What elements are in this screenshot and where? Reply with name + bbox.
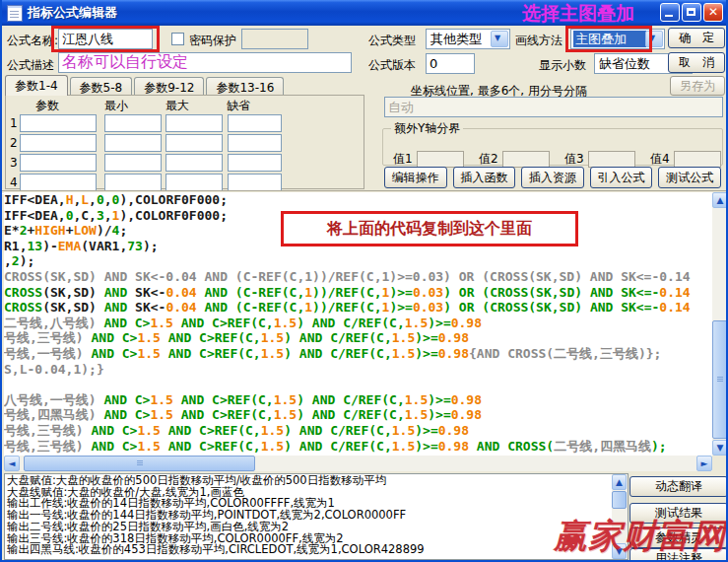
window-title: 指标公式编辑器 [28,4,117,22]
formula-desc-label: 公式描述 [7,57,54,74]
param-row-number: 2 [10,136,20,150]
param-input-r4-c1[interactable] [20,174,97,191]
draw-method-value: 主图叠加 [573,31,646,47]
code-line-5: ,2); [4,253,712,269]
yaxis-value-input-3[interactable] [588,151,635,168]
scrollbar-corner [712,456,728,471]
yaxis-field-2: 值2 [479,151,550,168]
yaxis-value-input-1[interactable] [417,151,464,168]
param-input-r1-c3[interactable] [165,114,223,132]
param-panel: 参数最小最大缺省 1234 [5,95,364,189]
minimize-icon[interactable] [660,3,680,22]
formula-type-select[interactable]: 其他类型 [426,29,510,49]
formula-type-label: 公式类型 [368,33,416,49]
param-col-header: 参数 [6,98,97,114]
ok-button[interactable]: 确 定 [668,28,725,48]
tab-参数5-8[interactable]: 参数5-8 [70,77,133,96]
code-line-15: 号线,四黑马线) AND C>1.5 AND C>REF(C,1.5) AND … [4,407,712,423]
watermark: 赢家财富网 [554,514,726,559]
formula-version-input[interactable] [426,53,475,74]
code-line-1: IFF<DEA,H,L,0,0),COLORF0F000; [4,192,712,208]
param-tab-bar: 参数1-4参数5-8参数9-12参数13-16 [5,75,286,96]
param-row-2: 2 [6,133,282,152]
yaxis-value-input-2[interactable] [502,151,550,168]
chevron-down-icon[interactable] [645,31,663,47]
action-button-测试公式[interactable]: 测试公式 [658,167,721,188]
password-protect-checkbox[interactable] [171,33,184,45]
title-annotation: 选择主图叠加 [522,1,634,27]
output-scroll-thumb[interactable] [612,491,627,509]
translation-output-panel[interactable]: 大盘赋值:大盘的收盘价的500日指数移动平均/收盘价的500日指数移动平均大盘线… [4,473,629,560]
yaxis-field-1: 值1 [393,151,464,168]
tab-参数9-12[interactable]: 参数9-12 [134,77,204,96]
scroll-down-icon[interactable]: ▼ [712,440,728,456]
action-button-引入公式[interactable]: 引入公式 [590,167,653,188]
decimal-value: 缺省位数 [597,55,674,72]
action-button-编辑操作[interactable]: 编辑操作 [384,167,447,188]
maximize-icon[interactable] [682,3,701,22]
param-input-r3-c4[interactable] [228,154,282,172]
formula-name-input[interactable] [58,29,153,49]
code-line-9: 二号线,八号线) AND C>1.5 AND C>REF(C,1.5) AND … [4,316,712,331]
draw-method-select[interactable]: 主图叠加 [570,29,665,49]
coordinate-input: 自动 [384,97,723,117]
param-col-header: 最小 [97,98,158,114]
param-input-r3-c1[interactable] [20,154,97,172]
code-line-10: 号线,三号线) AND C>1.5 AND C>REF(C,1.5) AND C… [4,330,712,346]
param-input-r3-c2[interactable] [104,154,162,172]
formula-version-label: 公式版本 [368,57,416,74]
action-bar: 编辑操作插入函数插入资源引入公式测试公式 [384,167,727,188]
action-button-插入资源[interactable]: 插入资源 [521,167,584,188]
param-input-r1-c4[interactable] [228,114,282,132]
app-document-icon [7,5,23,22]
chevron-down-icon[interactable] [491,31,508,47]
param-input-r4-c3[interactable] [165,174,223,191]
annotation-box-code: 将上面的代码复制到这个里面 [281,211,578,246]
yaxis-field-4: 值4 [650,151,721,168]
extra-yaxis-legend: 额外Y轴分界 [391,120,463,137]
scroll-up-icon[interactable]: ▲ [712,192,728,208]
param-input-r2-c3[interactable] [165,134,223,152]
save-as-button[interactable]: 另存为 [670,76,725,96]
tab-参数1-4[interactable]: 参数1-4 [5,75,68,96]
param-row-number: 1 [10,116,20,130]
formula-editor-window: 指标公式编辑器 选择主图叠加 公式名称: 密码保护 公式类型 其他类型 画线方法… [0,0,728,562]
code-line-11: 号线,一号线) AND C>1.5 AND C>REF(C,1.5) AND C… [4,346,712,362]
horizontal-scroll-thumb[interactable] [24,456,255,471]
tab-参数13-16[interactable]: 参数13-16 [206,77,284,96]
param-row-number: 4 [10,176,20,189]
param-col-header: 最大 [158,98,219,114]
editor-vertical-scrollbar[interactable]: ▲ ▼ [712,192,728,456]
param-row-4: 4 [6,173,282,191]
param-input-r4-c2[interactable] [104,174,162,191]
formula-desc-input[interactable]: 名称可以自行设定 [58,52,352,73]
draw-method-label: 画线方法 [515,33,563,49]
param-input-r1-c1[interactable] [20,114,97,132]
password-input [241,29,308,49]
param-table-headers: 参数最小最大缺省 [6,98,274,114]
formula-name-label: 公式名称: [7,33,58,49]
code-line-6: CROSS(SK,SD) AND SK<-0.04 AND (C-REF(C,1… [4,269,712,285]
yaxis-value-label: 值3 [564,151,584,168]
action-button-插入函数[interactable]: 插入函数 [453,167,516,188]
param-input-r2-c2[interactable] [104,134,162,152]
yaxis-value-input-4[interactable] [674,151,721,168]
param-input-r1-c2[interactable] [104,114,162,132]
scroll-right-icon[interactable]: ► [696,456,712,471]
param-input-r2-c4[interactable] [228,134,282,152]
cancel-button[interactable]: 取 消 [668,52,725,73]
param-input-r3-c3[interactable] [165,154,223,172]
scroll-left-icon[interactable]: ◄ [4,456,20,471]
code-line-14: 八号线,一号线) AND C>1.5 AND C>REF(C,1.5) AND … [4,392,712,408]
side-button-动态翻译[interactable]: 动态翻译 [629,476,728,497]
yaxis-value-label: 值2 [479,151,498,168]
editor-horizontal-scrollbar[interactable]: ◄ ► [4,456,712,471]
yaxis-value-label: 值4 [650,151,670,168]
vertical-scroll-thumb[interactable] [712,320,728,439]
param-input-r2-c1[interactable] [20,134,97,152]
param-col-header: 缺省 [219,98,274,114]
param-input-r4-c4[interactable] [228,174,282,191]
close-icon[interactable] [703,3,723,22]
scroll-up-icon[interactable]: ▲ [612,474,627,490]
output-line-7: 输出四黑马线:收盘价的453日指数移动平均,CIRCLEDOT,线宽为1,COL… [7,544,610,556]
